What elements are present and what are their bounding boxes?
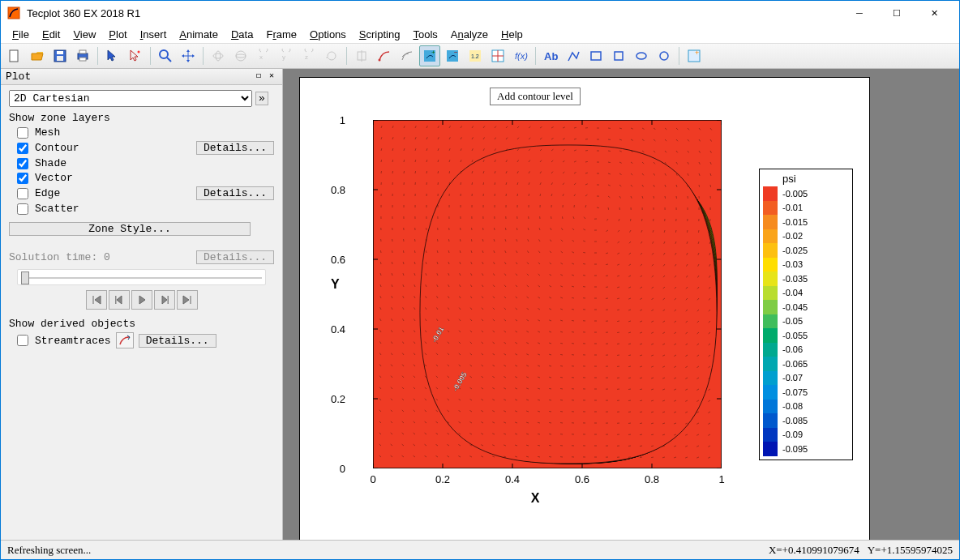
menu-tools[interactable]: Tools xyxy=(406,27,444,42)
layer-scatter-checkbox[interactable] xyxy=(17,203,28,215)
rotate-button[interactable] xyxy=(208,45,229,66)
y-tick: 0.4 xyxy=(331,323,345,336)
streamtraces-checkbox[interactable] xyxy=(17,335,28,346)
new-frame-button[interactable]: + xyxy=(684,45,705,66)
plot-frame[interactable]: Add contour level Y 00.20.40.60.81 -0.01… xyxy=(299,77,870,540)
layer-edge-details-button[interactable]: Details... xyxy=(196,186,274,200)
add-contour-level-button[interactable]: + xyxy=(419,45,440,66)
layer-shade-checkbox[interactable] xyxy=(17,158,28,169)
menu-view[interactable]: View xyxy=(66,27,102,42)
layer-vector-checkbox[interactable] xyxy=(17,173,28,184)
translate-button[interactable] xyxy=(178,45,199,66)
rotate-y-button[interactable]: y xyxy=(276,45,297,66)
go-last-button[interactable] xyxy=(177,290,198,310)
spherical-rotate-button[interactable] xyxy=(230,45,251,66)
contour-label-button[interactable]: 1.2 xyxy=(465,45,486,66)
maximize-button[interactable]: ☐ xyxy=(878,1,915,25)
menu-options[interactable]: Options xyxy=(303,27,353,42)
layer-edge-checkbox[interactable] xyxy=(17,188,28,199)
window-title: Tecplot 360 EX 2018 R1 xyxy=(27,7,841,19)
legend-swatch xyxy=(763,413,778,428)
x-tick: 0.2 xyxy=(435,473,450,485)
streamtrace-rake-button[interactable] xyxy=(396,45,418,66)
close-button[interactable]: ✕ xyxy=(915,1,953,25)
ellipse-tool-button[interactable] xyxy=(631,45,652,66)
x-tick: 0.6 xyxy=(575,473,589,485)
circle-tool-button[interactable] xyxy=(654,45,675,66)
save-button[interactable] xyxy=(49,45,71,66)
rotate-x-button[interactable]: x xyxy=(253,45,274,66)
legend-swatch xyxy=(763,385,778,400)
x-axis-label: X xyxy=(531,491,540,506)
slice-button[interactable] xyxy=(351,45,372,66)
new-layout-button[interactable] xyxy=(4,45,25,66)
text-tool-button[interactable]: Ab xyxy=(540,45,561,66)
time-slider[interactable] xyxy=(17,269,266,285)
selector-button[interactable] xyxy=(102,45,123,66)
legend-swatch xyxy=(763,243,778,258)
layer-vector-label: Vector xyxy=(35,172,274,184)
plot-type-expand-icon[interactable]: » xyxy=(255,92,268,105)
legend-swatch xyxy=(763,258,778,272)
solution-time-details-button[interactable]: Details... xyxy=(196,250,274,264)
plot-type-select[interactable]: 2D Cartesian xyxy=(9,90,252,107)
legend-swatch xyxy=(763,442,778,456)
undock-icon[interactable]: ◻ xyxy=(253,71,264,83)
layer-contour-checkbox[interactable] xyxy=(17,143,28,154)
legend-value: -0.075 xyxy=(782,387,808,397)
step-forward-button[interactable] xyxy=(154,290,175,310)
legend-value: -0.095 xyxy=(782,444,808,454)
toolbar: x y z + − 1.2 f(x) Ab + xyxy=(1,43,959,69)
menu-analyze[interactable]: Analyze xyxy=(444,27,495,42)
menu-edit[interactable]: Edit xyxy=(36,27,66,42)
zone-style-button[interactable]: Zone Style... xyxy=(9,222,251,236)
calculator-button[interactable]: f(x) xyxy=(510,45,531,66)
layer-shade-label: Shade xyxy=(35,157,274,169)
legend-swatch xyxy=(763,186,778,201)
legend-value: -0.06 xyxy=(782,344,803,354)
contour-plot[interactable]: -0.01-0.005 xyxy=(373,120,722,468)
menu-plot[interactable]: Plot xyxy=(102,27,133,42)
remove-contour-level-button[interactable]: − xyxy=(442,45,463,66)
go-first-button[interactable] xyxy=(86,290,107,310)
streamtrace-button[interactable] xyxy=(374,45,395,66)
twist-button[interactable] xyxy=(321,45,342,66)
derived-objects-label: Show derived objects xyxy=(9,318,274,330)
layer-mesh-label: Mesh xyxy=(35,126,274,139)
menu-frame[interactable]: Frame xyxy=(259,27,303,42)
menu-insert[interactable]: Insert xyxy=(134,27,174,42)
plot-canvas[interactable]: Add contour level Y 00.20.40.60.81 -0.01… xyxy=(283,69,959,540)
line-tool-button[interactable] xyxy=(563,45,584,66)
menu-scripting[interactable]: Scripting xyxy=(353,27,407,42)
streamtrace-icon[interactable] xyxy=(116,332,134,348)
plot-sidebar: Plot ◻ ✕ 2D Cartesian » Show zone layers… xyxy=(1,69,283,540)
close-panel-icon[interactable]: ✕ xyxy=(266,71,277,83)
panel-header: Plot ◻ ✕ xyxy=(1,69,282,85)
legend-swatch xyxy=(763,400,778,414)
step-back-button[interactable] xyxy=(109,290,130,310)
adjustor-button[interactable] xyxy=(125,45,146,66)
layer-mesh-checkbox[interactable] xyxy=(17,127,28,139)
legend-value: -0.04 xyxy=(782,288,803,297)
square-tool-button[interactable] xyxy=(608,45,629,66)
layer-contour-label: Contour xyxy=(35,142,196,154)
print-button[interactable] xyxy=(72,45,93,66)
minimize-button[interactable]: ─ xyxy=(841,1,878,25)
menu-data[interactable]: Data xyxy=(225,27,259,42)
zoom-button[interactable] xyxy=(155,45,176,66)
legend-value: -0.07 xyxy=(782,373,803,383)
open-button[interactable] xyxy=(27,45,48,66)
panel-title: Plot xyxy=(6,71,251,83)
legend-swatch xyxy=(763,300,778,314)
streamtraces-details-button[interactable]: Details... xyxy=(139,334,216,348)
layer-contour-details-button[interactable]: Details... xyxy=(196,141,274,155)
probe-button[interactable] xyxy=(487,45,508,66)
rectangle-tool-button[interactable] xyxy=(585,45,606,66)
menu-file[interactable]: File xyxy=(6,27,36,42)
menu-help[interactable]: Help xyxy=(495,27,529,42)
svg-point-16 xyxy=(236,54,246,58)
menu-animate[interactable]: Animate xyxy=(173,27,225,42)
svg-rect-6 xyxy=(79,50,86,53)
rotate-z-button[interactable]: z xyxy=(298,45,319,66)
play-button[interactable] xyxy=(131,290,152,310)
